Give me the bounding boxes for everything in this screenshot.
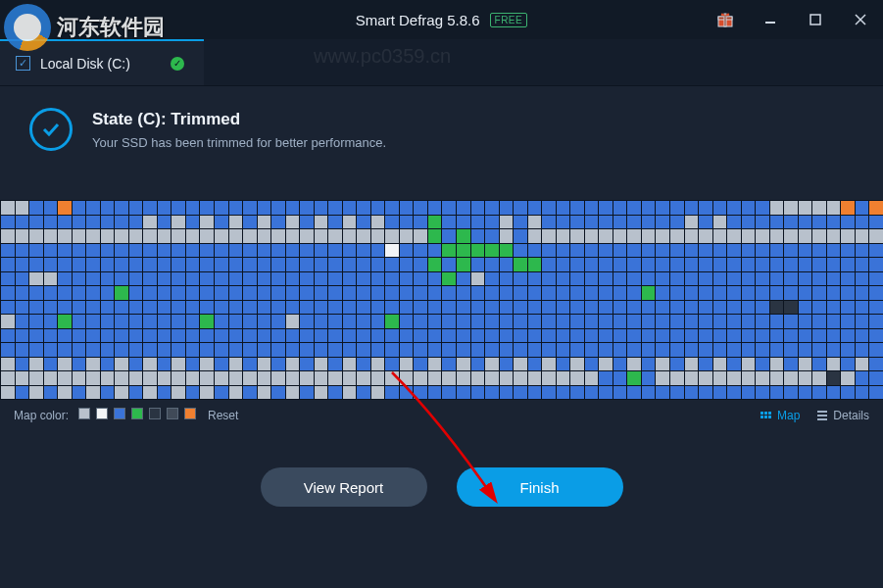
map-cell bbox=[557, 216, 570, 229]
map-cell bbox=[756, 358, 769, 371]
map-cell bbox=[442, 244, 456, 258]
legend-swatch[interactable] bbox=[167, 408, 178, 419]
map-cell bbox=[101, 386, 115, 400]
map-cell bbox=[371, 329, 385, 343]
map-cell bbox=[685, 258, 699, 271]
map-cell bbox=[713, 371, 727, 385]
map-cell bbox=[385, 329, 399, 343]
map-cell bbox=[528, 301, 542, 315]
legend-swatch[interactable] bbox=[184, 408, 196, 419]
map-cell bbox=[799, 216, 812, 229]
map-cell bbox=[143, 371, 157, 385]
map-cell bbox=[799, 329, 812, 343]
map-cell bbox=[286, 371, 300, 385]
maximize-button[interactable] bbox=[793, 0, 838, 39]
map-cell bbox=[713, 272, 727, 286]
map-cell bbox=[656, 216, 669, 229]
legend-swatch[interactable] bbox=[78, 408, 90, 419]
map-cell bbox=[812, 358, 826, 371]
map-cell bbox=[812, 343, 826, 357]
map-cell bbox=[172, 201, 185, 215]
map-cell bbox=[286, 272, 300, 286]
map-cell bbox=[400, 272, 414, 286]
map-cell bbox=[229, 286, 243, 300]
map-cell bbox=[485, 343, 499, 357]
map-cell bbox=[627, 371, 641, 385]
map-cell bbox=[869, 258, 883, 271]
map-cell bbox=[585, 272, 599, 286]
finish-button[interactable]: Finish bbox=[457, 467, 623, 507]
map-cell bbox=[742, 201, 756, 215]
map-cell bbox=[627, 201, 641, 215]
map-cell bbox=[756, 258, 769, 271]
minimize-button[interactable] bbox=[748, 0, 793, 39]
map-cell bbox=[528, 258, 542, 271]
map-cell bbox=[115, 315, 128, 328]
map-cell bbox=[73, 286, 86, 300]
legend-swatch[interactable] bbox=[131, 408, 143, 419]
map-cell bbox=[371, 201, 385, 215]
map-cell bbox=[428, 258, 442, 271]
map-cell bbox=[172, 258, 185, 271]
map-cell bbox=[414, 301, 427, 315]
map-cell bbox=[16, 371, 29, 385]
map-cell bbox=[727, 329, 741, 343]
map-cell bbox=[599, 272, 613, 286]
disk-map bbox=[0, 200, 883, 400]
map-cell bbox=[143, 301, 157, 315]
map-cell bbox=[400, 343, 414, 357]
map-cell bbox=[570, 358, 584, 371]
reset-link[interactable]: Reset bbox=[208, 409, 238, 422]
map-cell bbox=[243, 315, 257, 328]
map-cell bbox=[500, 343, 514, 357]
map-cell bbox=[29, 386, 43, 400]
map-cell bbox=[756, 343, 769, 357]
map-cell bbox=[500, 386, 514, 400]
map-cell bbox=[713, 216, 727, 229]
gift-icon[interactable] bbox=[703, 0, 748, 39]
map-cell bbox=[500, 201, 514, 215]
map-cell bbox=[200, 258, 214, 271]
map-cell bbox=[799, 286, 812, 300]
map-cell bbox=[812, 244, 826, 258]
map-cell bbox=[414, 329, 427, 343]
map-cell bbox=[699, 286, 712, 300]
map-cell bbox=[713, 343, 727, 357]
map-cell bbox=[300, 229, 314, 243]
map-cell bbox=[856, 286, 869, 300]
map-cell bbox=[158, 244, 172, 258]
close-button[interactable] bbox=[838, 0, 883, 39]
map-cell bbox=[799, 229, 812, 243]
map-cell bbox=[16, 216, 29, 229]
map-cell bbox=[44, 371, 58, 385]
view-toggle-details[interactable]: Details bbox=[817, 409, 869, 422]
map-cell bbox=[115, 358, 128, 371]
map-cell bbox=[243, 329, 257, 343]
map-cell bbox=[328, 272, 342, 286]
map-cell bbox=[670, 371, 684, 385]
map-cell bbox=[158, 258, 172, 271]
map-cell bbox=[215, 244, 228, 258]
list-icon bbox=[817, 411, 827, 420]
map-cell bbox=[328, 301, 342, 315]
legend-swatch[interactable] bbox=[114, 408, 125, 419]
watermark-text: 河东软件园 bbox=[57, 13, 165, 42]
map-cell bbox=[756, 329, 769, 343]
legend-swatch[interactable] bbox=[96, 408, 108, 419]
map-cell bbox=[442, 201, 456, 215]
map-cell bbox=[258, 258, 271, 271]
map-cell bbox=[656, 315, 669, 328]
map-cell bbox=[514, 386, 527, 400]
map-cell bbox=[471, 343, 485, 357]
map-cell bbox=[385, 272, 399, 286]
map-cell bbox=[58, 216, 72, 229]
map-cell bbox=[428, 315, 442, 328]
view-toggles: Map Details bbox=[760, 409, 869, 422]
view-toggle-map[interactable]: Map bbox=[760, 409, 800, 422]
map-cell bbox=[856, 343, 869, 357]
map-cell bbox=[457, 371, 470, 385]
tab-checkbox[interactable]: ✓ bbox=[16, 56, 30, 71]
legend-swatch[interactable] bbox=[149, 408, 161, 419]
view-report-button[interactable]: View Report bbox=[261, 467, 427, 507]
map-cell bbox=[585, 286, 599, 300]
